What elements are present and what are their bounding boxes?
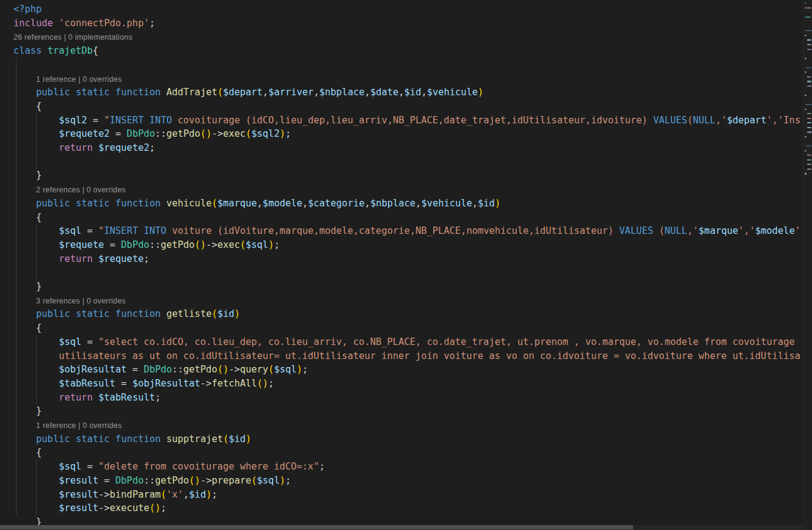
code-token: ,	[302, 198, 308, 209]
code-line[interactable]: {	[13, 211, 42, 225]
code-line[interactable]: {	[13, 100, 42, 114]
codelens-link[interactable]: 1 reference | 0 overrides	[13, 418, 122, 432]
codelens-link[interactable]: 1 reference | 0 overrides	[13, 72, 122, 86]
code-token: INSERT	[110, 115, 144, 126]
code-token: "	[98, 225, 104, 236]
code-token: ->	[200, 475, 212, 486]
code-token: ->	[98, 503, 110, 514]
code-line[interactable]: <?php	[13, 2, 42, 16]
code-line[interactable]: public static function getliste($id)	[13, 307, 240, 321]
code-token: (	[240, 239, 246, 250]
codelens-text[interactable]: 2 references | 0 overrides	[13, 186, 126, 194]
code-token: $sql	[59, 225, 81, 236]
code-token: ,	[263, 87, 268, 98]
code-token: $result	[59, 489, 98, 500]
code-token: public	[36, 87, 70, 98]
code-token	[70, 308, 76, 319]
codelens-text[interactable]: 3 references | 0 overrides	[13, 297, 126, 305]
code-token: function	[115, 434, 161, 445]
minimap[interactable]	[803, 0, 812, 530]
code-token: getliste	[166, 308, 211, 319]
codelens-text[interactable]: 26 references | 0 implementations	[13, 33, 133, 42]
code-line[interactable]: return $requete2;	[13, 141, 155, 155]
code-token: covoiturage (idCO,lieu_dep,lieu_arriv,NB…	[172, 115, 654, 126]
code-line[interactable]: class trajetDb{	[13, 44, 98, 58]
code-line[interactable]: $sql = "delete from covoiturage where id…	[13, 460, 325, 474]
minimap-mark	[808, 67, 810, 68]
code-line[interactable]: }	[13, 280, 42, 294]
codelens-text[interactable]: 1 reference | 0 overrides	[13, 75, 122, 84]
code-token: ,	[421, 87, 426, 98]
code-line[interactable]: {	[13, 446, 42, 460]
code-token: supptrajet	[166, 434, 223, 445]
code-line[interactable]: $requete = DbPdo::getPdo()->exec($sql);	[13, 238, 280, 252]
code-token: ','	[738, 225, 755, 236]
code-token: '	[795, 225, 800, 236]
code-token: <?php	[13, 4, 42, 15]
code-line[interactable]: $tabResult = $objResultat->fetchAll();	[13, 377, 274, 391]
code-line[interactable]: $sql = "INSERT INTO voiture (idVoiture,m…	[13, 224, 800, 238]
minimap-mark	[805, 2, 807, 4]
code-token: ::	[149, 239, 161, 250]
code-token: $sql	[59, 461, 81, 472]
code-token	[161, 87, 166, 98]
code-token: ;	[144, 253, 149, 264]
minimap-mark	[810, 85, 811, 87]
code-token: $marque	[218, 198, 257, 209]
code-line[interactable]: utilisateurs as ut on co.idUtilisateur= …	[13, 349, 800, 363]
code-line[interactable]: $result = DbPdo::getPdo()->prepare($sql)…	[13, 474, 291, 488]
code-line[interactable]: $sql = "select co.idCO, co.lieu_dep, co.…	[13, 335, 800, 349]
minimap-mark	[806, 145, 808, 147]
code-line[interactable]: {	[13, 321, 42, 335]
code-token	[161, 308, 166, 319]
minimap-mark	[808, 145, 810, 147]
code-token: ,'	[687, 225, 699, 236]
minimap-mark	[807, 122, 811, 123]
codelens-link[interactable]: 26 references | 0 implementations	[13, 30, 133, 44]
code-line[interactable]: $requete2 = DbPdo::getPdo()->exec($sql2)…	[13, 127, 291, 141]
code-token: =	[126, 364, 144, 375]
code-token: =	[81, 225, 98, 236]
code-token: (	[653, 225, 665, 236]
code-line[interactable]: public static function vehicule($marque,…	[13, 197, 500, 211]
code-line[interactable]: include 'connectPdo.php';	[13, 16, 155, 31]
horizontal-scrollbar-thumb[interactable]	[0, 525, 633, 529]
code-line[interactable]: public static function AddTrajet($depart…	[13, 85, 483, 100]
code-line[interactable]: }	[13, 169, 42, 183]
code-line[interactable]: $objResultat = DbPdo::getPdo()->query($s…	[13, 363, 308, 377]
code-token: exec	[223, 128, 246, 139]
code-token: getPdo	[183, 364, 218, 375]
minimap-mark	[810, 154, 811, 156]
codelens-link[interactable]: 3 references | 0 overrides	[13, 294, 126, 308]
code-token: =	[115, 378, 133, 389]
code-token: public	[36, 308, 70, 319]
code-token: DbPdo	[115, 475, 144, 486]
code-token: return	[59, 392, 93, 403]
code-token	[13, 87, 36, 98]
code-token	[13, 434, 36, 445]
code-line[interactable]: $result->bindParam('x',$id);	[13, 488, 218, 502]
code-token: {	[13, 212, 42, 223]
code-token: $sql	[274, 364, 296, 375]
codelens-link[interactable]: 2 references | 0 overrides	[13, 183, 126, 197]
code-line[interactable]: public static function supptrajet($id)	[13, 432, 251, 446]
code-token: ,	[472, 198, 478, 209]
code-line[interactable]: $sql2 = "INSERT INTO covoiturage (idCO,l…	[13, 114, 800, 128]
code-token: 'x'	[166, 489, 183, 500]
code-token: $id	[478, 198, 495, 209]
code-line[interactable]: }	[13, 404, 42, 418]
codelens-text[interactable]: 1 reference | 0 overrides	[13, 421, 122, 430]
minimap-mark	[806, 104, 808, 105]
code-token: ;	[274, 239, 279, 250]
code-line[interactable]: return $requete;	[13, 252, 149, 266]
code-token	[70, 87, 76, 98]
minimap-mark	[808, 30, 810, 31]
code-editor[interactable]: <?phpinclude 'connectPdo.php';26 referen…	[0, 0, 812, 530]
code-token: ()	[195, 239, 207, 250]
code-token	[93, 392, 98, 403]
horizontal-scrollbar-track[interactable]	[0, 525, 803, 530]
code-token: getPdo	[155, 475, 189, 486]
code-token: getPdo	[166, 128, 200, 139]
code-token: $tabResult	[98, 392, 155, 403]
code-token: =	[87, 115, 104, 126]
